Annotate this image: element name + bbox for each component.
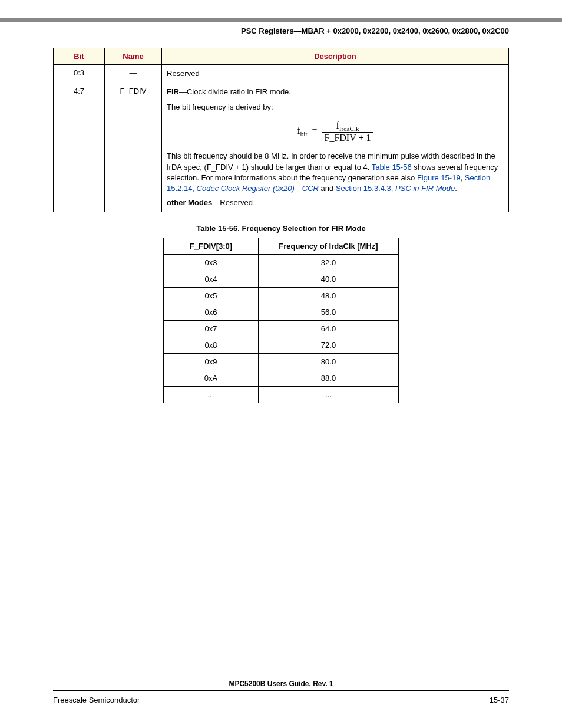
freq-table-caption: Table 15-56. Frequency Selection for FIR…	[53, 224, 509, 233]
freq-cell: 72.0	[259, 337, 399, 354]
table-row: 0x764.0	[164, 321, 399, 337]
link3-ital: Codec Clock Register (0x20)—CCR	[197, 184, 319, 193]
freq-table: F_FDIV[3:0] Frequency of IrdaClk [MHz] 0…	[163, 238, 399, 403]
fdiv-cell: 0x9	[164, 354, 259, 370]
fdiv-cell: 0x6	[164, 304, 259, 321]
page: PSC Registers—MBAR + 0x2000, 0x2200, 0x2…	[0, 0, 562, 728]
freq-cell: 88.0	[259, 370, 399, 387]
footer-title: MPC5200B Users Guide, Rev. 1	[53, 680, 509, 691]
table-row: 0x440.0	[164, 271, 399, 288]
table-row: 0x548.0	[164, 288, 399, 304]
name-cell: F_FDIV	[105, 83, 162, 212]
link-figure-15-19[interactable]: Figure 15-19	[417, 173, 461, 182]
link-section-15-3-4-3[interactable]: Section 15.3.4.3, PSC in FIR Mode	[336, 184, 455, 193]
fdiv-cell: 0x7	[164, 321, 259, 337]
freq-cell: ...	[259, 387, 399, 403]
table-row: 0x980.0	[164, 354, 399, 370]
page-footer: MPC5200B Users Guide, Rev. 1 Freescale S…	[53, 680, 509, 704]
table-row: 0xA88.0	[164, 370, 399, 387]
link-table-15-56[interactable]: Table 15-56	[372, 163, 412, 172]
table-row: 0x872.0	[164, 337, 399, 354]
col-name: Name	[105, 48, 162, 65]
freq-cell: 56.0	[259, 304, 399, 321]
other-modes-suffix: —Reserved	[212, 198, 253, 207]
freq-cell: 80.0	[259, 354, 399, 370]
footer-right: 15-37	[490, 696, 509, 704]
table-row: 0x332.0	[164, 255, 399, 271]
freq-cell: 32.0	[259, 255, 399, 271]
line2: The bit frequency is derived by:	[167, 102, 504, 113]
table-row: 0:3 — Reserved	[54, 65, 509, 83]
num-sub: IrdaClk	[339, 125, 359, 132]
table-row: ......	[164, 387, 399, 403]
table-row: 4:7 F_FDIV FIR—Clock divide ratio in FIR…	[54, 83, 509, 212]
col-desc: Description	[162, 48, 509, 65]
link4-ital: PSC in FIR Mode	[395, 184, 455, 193]
section-header: PSC Registers—MBAR + 0x2000, 0x2200, 0x2…	[53, 27, 509, 39]
fdiv-cell: 0xA	[164, 370, 259, 387]
link4-pre: Section 15.3.4.3,	[336, 184, 395, 193]
and: and	[319, 184, 336, 193]
freq-cell: 48.0	[259, 288, 399, 304]
footer-left: Freescale Semiconductor	[53, 696, 140, 704]
col-bit: Bit	[54, 48, 105, 65]
lhs-sub: bit	[300, 130, 308, 137]
fdiv-cell: ...	[164, 387, 259, 403]
den: F_FDIV + 1	[322, 133, 373, 143]
fdiv-cell: 0x4	[164, 271, 259, 288]
other-modes-label: other Modes	[167, 198, 212, 207]
formula: fbit = fIrdaClk F_FDIV + 1	[167, 120, 504, 143]
freq-col2: Frequency of IrdaClk [MHz]	[259, 238, 399, 255]
fdiv-cell: 0x5	[164, 288, 259, 304]
fir-suffix: —Clock divide ratio in FIR mode.	[179, 87, 291, 96]
bit-cell: 0:3	[54, 65, 105, 83]
desc-cell: FIR—Clock divide ratio in FIR mode. The …	[162, 83, 509, 212]
comma1: ,	[461, 173, 465, 182]
freq-cell: 40.0	[259, 271, 399, 288]
fdiv-cell: 0x3	[164, 255, 259, 271]
bit-cell: 4:7	[54, 83, 105, 212]
fdiv-cell: 0x8	[164, 337, 259, 354]
freq-col1: F_FDIV[3:0]	[164, 238, 259, 255]
top-bar	[0, 18, 562, 22]
fir-label: FIR	[167, 87, 179, 96]
table-row: 0x656.0	[164, 304, 399, 321]
period: .	[455, 184, 457, 193]
freq-cell: 64.0	[259, 321, 399, 337]
desc-cell: Reserved	[162, 65, 509, 83]
name-cell: —	[105, 65, 162, 83]
para: This bit frequency should be 8 MHz. In o…	[167, 151, 504, 194]
register-table: Bit Name Description 0:3 — Reserved 4:7 …	[53, 48, 509, 212]
